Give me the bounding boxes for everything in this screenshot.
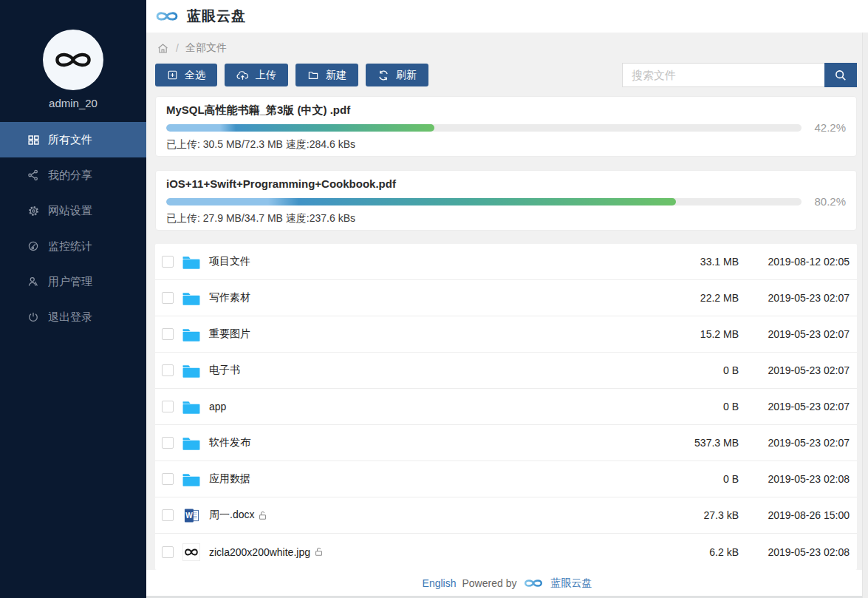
table-row[interactable]: 软件发布 537.3 MB 2019-05-23 02:07	[155, 425, 857, 461]
row-checkbox[interactable]	[162, 473, 174, 485]
file-date: 2019-05-23 02:07	[739, 401, 850, 412]
row-checkbox[interactable]	[162, 364, 174, 376]
file-name[interactable]: 软件发布	[209, 436, 250, 449]
power-icon	[27, 310, 40, 324]
svg-text:W: W	[185, 512, 193, 520]
file-date: 2019-05-23 02:07	[739, 292, 850, 304]
breadcrumb-current: 全部文件	[185, 41, 227, 55]
select-all-button[interactable]: 全选	[155, 64, 217, 86]
file-list: 项目文件 33.1 MB 2019-08-12 02:05 写作素材 22.2 …	[155, 244, 857, 570]
row-checkbox[interactable]	[162, 256, 174, 268]
file-name[interactable]: zicla200x200white.jpg	[209, 546, 323, 558]
sidebar-item-label: 退出登录	[48, 310, 92, 325]
folder-icon	[182, 399, 201, 415]
file-size: 27.3 kB	[665, 509, 739, 521]
language-link[interactable]: English	[423, 577, 457, 589]
row-checkbox[interactable]	[162, 292, 174, 304]
unlock-icon	[315, 547, 323, 557]
file-name[interactable]: 项目文件	[209, 255, 250, 268]
sidebar-item-all-files[interactable]: 所有文件	[0, 122, 146, 157]
brand-logo-dark-icon	[51, 47, 95, 73]
sidebar-item-label: 我的分享	[48, 169, 92, 183]
progress-percent: 80.2%	[810, 195, 846, 208]
user-icon	[27, 275, 40, 288]
table-row[interactable]: W 周一.docx 27.3 kB 2019-08-26 15:00	[155, 497, 857, 534]
file-size: 0 B	[665, 364, 739, 376]
row-checkbox[interactable]	[162, 401, 174, 412]
row-checkbox[interactable]	[162, 437, 174, 449]
file-name[interactable]: 重要图片	[209, 327, 250, 341]
avatar	[43, 30, 103, 90]
table-row[interactable]: 重要图片 15.2 MB 2019-05-23 02:07	[155, 316, 857, 353]
file-date: 2019-05-23 02:07	[739, 328, 850, 340]
file-size: 33.1 MB	[665, 256, 739, 268]
word-doc-icon: W	[182, 508, 201, 523]
table-row[interactable]: app 0 B 2019-05-23 02:07	[155, 389, 857, 425]
toolbar: 全选 上传 新建	[155, 63, 857, 87]
upload-status: 已上传: 30.5 MB/72.3 MB 速度:284.6 kBs	[166, 138, 846, 150]
sidebar-item-site-settings[interactable]: 网站设置	[0, 193, 146, 228]
upload-card: iOS+11+Swift+Programming+Cookbook.pdf 80…	[155, 170, 857, 231]
sidebar-item-label: 监控统计	[48, 239, 92, 254]
file-date: 2019-05-23 02:07	[739, 364, 850, 376]
sidebar-item-my-shares[interactable]: 我的分享	[0, 157, 146, 193]
upload-status: 已上传: 27.9 MB/34.7 MB 速度:237.6 kBs	[166, 212, 846, 224]
row-checkbox[interactable]	[162, 328, 174, 340]
file-size: 0 B	[665, 401, 739, 412]
sidebar-item-monitor-stats[interactable]: 监控统计	[0, 228, 146, 264]
row-checkbox[interactable]	[162, 509, 174, 521]
cloud-upload-icon	[236, 69, 249, 81]
brand-logo-icon	[154, 7, 180, 25]
upload-filename: iOS+11+Swift+Programming+Cookbook.pdf	[166, 177, 846, 191]
refresh-button[interactable]: 刷新	[366, 64, 428, 86]
progress-track	[166, 124, 802, 132]
folder-icon	[182, 472, 201, 487]
search-group	[622, 63, 857, 87]
progress-percent: 42.2%	[810, 121, 846, 134]
folder-icon	[182, 254, 201, 270]
scrollbar[interactable]	[862, 33, 868, 598]
upload-button[interactable]: 上传	[225, 64, 288, 86]
file-name[interactable]: app	[209, 401, 226, 412]
file-size: 0 B	[665, 473, 739, 485]
row-checkbox[interactable]	[162, 546, 174, 558]
search-icon	[834, 69, 847, 82]
home-icon[interactable]	[157, 42, 169, 55]
new-folder-button[interactable]: 新建	[295, 64, 358, 86]
search-button[interactable]	[824, 63, 857, 87]
share-icon	[27, 169, 40, 182]
upload-card: MySQL高性能书籍_第3版 (中文) .pdf 42.2% 已上传: 30.5…	[155, 96, 857, 157]
sidebar-item-label: 所有文件	[48, 133, 92, 147]
table-row[interactable]: 项目文件 33.1 MB 2019-08-12 02:05	[155, 244, 857, 280]
file-name[interactable]: 写作素材	[209, 291, 250, 305]
file-date: 2019-05-23 02:08	[739, 546, 850, 558]
file-size: 22.2 MB	[665, 292, 739, 304]
table-row[interactable]: zicla200x200white.jpg 6.2 kB 2019-05-23 …	[155, 534, 857, 570]
gauge-icon	[27, 239, 40, 253]
brand-link[interactable]: 蓝眼云盘	[550, 577, 592, 590]
search-input[interactable]	[622, 63, 824, 87]
gear-icon	[27, 204, 40, 217]
folder-icon	[182, 290, 201, 306]
file-name[interactable]: 周一.docx	[209, 509, 267, 522]
breadcrumb-separator: /	[176, 42, 179, 54]
table-row[interactable]: 写作素材 22.2 MB 2019-05-23 02:07	[155, 280, 857, 316]
table-row[interactable]: 电子书 0 B 2019-05-23 02:07	[155, 353, 857, 389]
page-title: 蓝眼云盘	[187, 7, 246, 26]
progress-track	[166, 198, 802, 205]
file-date: 2019-05-23 02:07	[739, 437, 850, 449]
sidebar-item-user-management[interactable]: 用户管理	[0, 264, 146, 299]
file-date: 2019-08-12 02:05	[739, 256, 850, 268]
file-date: 2019-05-23 02:08	[739, 473, 850, 485]
sidebar: admin_20 所有文件 我的分享 网站设置 监控统计 用户管理 退出登录	[0, 0, 146, 598]
unlock-icon	[259, 511, 267, 520]
file-name[interactable]: 应用数据	[209, 472, 250, 486]
sidebar-item-logout[interactable]: 退出登录	[0, 299, 146, 335]
file-name[interactable]: 电子书	[209, 364, 240, 377]
username: admin_20	[49, 97, 98, 109]
sidebar-item-label: 网站设置	[48, 204, 92, 218]
footer: English Powered by 蓝眼云盘	[146, 570, 868, 598]
table-row[interactable]: 应用数据 0 B 2019-05-23 02:08	[155, 461, 857, 497]
sidebar-item-label: 用户管理	[48, 275, 92, 289]
file-size: 6.2 kB	[665, 546, 739, 558]
